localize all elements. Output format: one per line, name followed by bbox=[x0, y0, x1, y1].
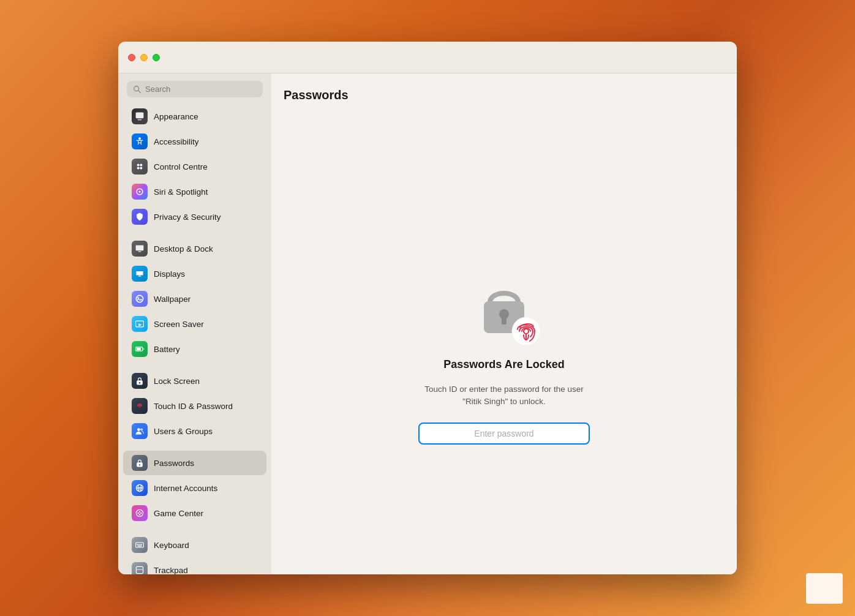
svg-point-23 bbox=[140, 429, 143, 431]
touchid-password-label: Touch ID & Password bbox=[154, 402, 233, 411]
svg-point-5 bbox=[137, 164, 140, 167]
trackpad-icon bbox=[132, 562, 148, 574]
control-centre-icon bbox=[132, 159, 148, 175]
sidebar-item-game-center[interactable]: Game Center bbox=[123, 501, 266, 525]
divider-1 bbox=[118, 362, 271, 368]
desktop-dock-icon bbox=[132, 241, 148, 257]
svg-point-6 bbox=[140, 164, 142, 167]
sidebar-item-desktop-dock[interactable]: Desktop & Dock bbox=[123, 236, 266, 261]
svg-point-33 bbox=[139, 511, 140, 512]
sidebar-item-screen-saver[interactable]: Screen Saver bbox=[123, 312, 266, 336]
passwords-label: Passwords bbox=[154, 459, 194, 468]
users-groups-icon bbox=[132, 423, 148, 439]
svg-rect-3 bbox=[138, 119, 141, 121]
window-body: AppearanceAccessibilityControl CentreSir… bbox=[118, 73, 737, 574]
svg-point-20 bbox=[139, 382, 140, 383]
svg-rect-2 bbox=[136, 113, 144, 119]
lock-title: Passwords Are Locked bbox=[443, 358, 564, 371]
svg-point-10 bbox=[138, 190, 140, 192]
svg-point-21 bbox=[139, 405, 141, 407]
svg-point-13 bbox=[136, 295, 143, 302]
sidebar-item-keyboard[interactable]: Keyboard bbox=[123, 533, 266, 557]
displays-icon bbox=[132, 266, 148, 282]
sidebar-item-trackpad[interactable]: Trackpad bbox=[123, 558, 266, 574]
trackpad-label: Trackpad bbox=[154, 566, 188, 575]
sidebar-item-users-groups[interactable]: Users & Groups bbox=[123, 419, 266, 443]
search-box[interactable] bbox=[127, 81, 263, 97]
sidebar-item-appearance[interactable]: Appearance bbox=[123, 104, 266, 129]
sidebar-item-siri-spotlight[interactable]: Siri & Spotlight bbox=[123, 179, 266, 204]
traffic-lights bbox=[128, 54, 160, 61]
lock-screen-label: Lock Screen bbox=[154, 377, 200, 386]
svg-point-22 bbox=[137, 428, 140, 431]
system-preferences-window: AppearanceAccessibilityControl CentreSir… bbox=[118, 42, 737, 574]
sidebar-item-battery[interactable]: Battery bbox=[123, 337, 266, 361]
svg-rect-12 bbox=[138, 251, 141, 252]
svg-rect-39 bbox=[141, 544, 142, 545]
game-center-icon bbox=[132, 505, 148, 521]
svg-rect-45 bbox=[502, 316, 507, 325]
password-input[interactable] bbox=[418, 423, 590, 445]
screen-saver-label: Screen Saver bbox=[154, 320, 204, 329]
svg-point-34 bbox=[139, 514, 140, 515]
sidebar-item-touchid-password[interactable]: Touch ID & Password bbox=[123, 394, 266, 418]
svg-rect-18 bbox=[137, 348, 141, 350]
lock-icon-container bbox=[467, 266, 541, 346]
sidebar-item-displays[interactable]: Displays bbox=[123, 261, 266, 286]
internet-accounts-label: Internet Accounts bbox=[154, 484, 217, 493]
search-input[interactable] bbox=[145, 85, 257, 94]
svg-rect-36 bbox=[137, 544, 138, 545]
svg-line-1 bbox=[138, 90, 141, 92]
battery-icon bbox=[132, 341, 148, 357]
svg-rect-17 bbox=[143, 348, 145, 350]
svg-rect-11 bbox=[136, 245, 144, 250]
lock-content: Passwords Are Locked Touch ID or enter t… bbox=[284, 151, 725, 560]
divider-0 bbox=[118, 230, 271, 236]
svg-point-25 bbox=[139, 464, 140, 465]
wallpaper-label: Wallpaper bbox=[154, 295, 190, 304]
search-container bbox=[118, 73, 271, 103]
displays-label: Displays bbox=[154, 269, 185, 279]
watermark bbox=[806, 573, 843, 604]
svg-rect-40 bbox=[137, 546, 141, 547]
svg-point-31 bbox=[137, 513, 138, 514]
sidebar-item-control-centre[interactable]: Control Centre bbox=[123, 154, 266, 179]
accessibility-icon bbox=[132, 133, 148, 149]
sidebar-item-wallpaper[interactable]: Wallpaper bbox=[123, 287, 266, 311]
users-groups-label: Users & Groups bbox=[154, 427, 213, 436]
battery-label: Battery bbox=[154, 345, 180, 354]
sidebar-items-list: AppearanceAccessibilityControl CentreSir… bbox=[118, 103, 271, 574]
sidebar-item-privacy-security[interactable]: Privacy & Security bbox=[123, 205, 266, 229]
minimize-button[interactable] bbox=[140, 54, 148, 61]
svg-point-46 bbox=[512, 317, 540, 345]
page-title: Passwords bbox=[284, 88, 348, 102]
svg-rect-38 bbox=[140, 544, 141, 545]
keyboard-icon bbox=[132, 537, 148, 553]
svg-point-32 bbox=[140, 513, 141, 514]
close-button[interactable] bbox=[128, 54, 135, 61]
appearance-label: Appearance bbox=[154, 112, 198, 121]
accessibility-label: Accessibility bbox=[154, 137, 199, 146]
svg-point-14 bbox=[137, 297, 138, 298]
maximize-button[interactable] bbox=[153, 54, 160, 61]
sidebar-item-accessibility[interactable]: Accessibility bbox=[123, 129, 266, 154]
svg-point-4 bbox=[138, 137, 141, 140]
svg-point-8 bbox=[140, 167, 142, 169]
fingerprint-icon bbox=[511, 317, 541, 346]
appearance-icon bbox=[132, 108, 148, 124]
title-bar bbox=[118, 42, 737, 73]
siri-spotlight-label: Siri & Spotlight bbox=[154, 187, 208, 197]
screen-saver-icon bbox=[132, 316, 148, 332]
sidebar-item-lock-screen[interactable]: Lock Screen bbox=[123, 369, 266, 393]
lock-screen-icon bbox=[132, 373, 148, 389]
sidebar-item-passwords[interactable]: Passwords bbox=[123, 451, 266, 475]
svg-rect-37 bbox=[138, 544, 140, 545]
svg-point-7 bbox=[137, 167, 140, 169]
game-center-label: Game Center bbox=[154, 509, 203, 518]
passwords-icon bbox=[132, 455, 148, 471]
desktop-dock-label: Desktop & Dock bbox=[154, 244, 213, 254]
privacy-security-icon bbox=[132, 209, 148, 225]
svg-rect-41 bbox=[136, 566, 143, 573]
sidebar-item-internet-accounts[interactable]: @Internet Accounts bbox=[123, 476, 266, 500]
svg-point-30 bbox=[136, 509, 143, 516]
